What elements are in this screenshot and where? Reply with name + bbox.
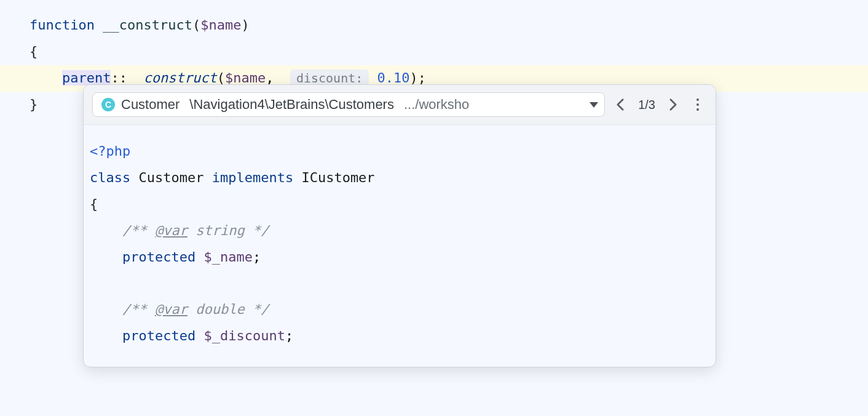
popup-line-doc1: /** @var string */ bbox=[90, 218, 709, 244]
function-name: __construct bbox=[103, 17, 192, 33]
open-brace: { bbox=[30, 44, 37, 59]
parent-reference: parent bbox=[62, 70, 111, 86]
chevron-right-icon bbox=[669, 98, 677, 111]
quick-definition-popup: C Customer \Navigation4\JetBrains\Custom… bbox=[83, 84, 716, 367]
popup-line-member2: protected $_discount; bbox=[90, 323, 709, 350]
popup-line-member1: protected $_name; bbox=[90, 244, 709, 271]
param-name: $name bbox=[200, 17, 241, 33]
popup-header: C Customer \Navigation4\JetBrains\Custom… bbox=[84, 85, 716, 125]
next-button[interactable] bbox=[664, 94, 682, 115]
arg-discount: 0.10 bbox=[377, 70, 410, 86]
chevron-left-icon bbox=[616, 98, 625, 111]
keyword-class: class bbox=[90, 170, 130, 185]
keyword-protected-2: protected bbox=[122, 328, 195, 343]
class-identifier: Customer bbox=[138, 170, 203, 185]
breadcrumb-namespace: \Navigation4\JetBrains\Customers bbox=[189, 97, 394, 113]
popup-line-blank bbox=[90, 270, 709, 297]
keyword-function: function bbox=[30, 17, 95, 33]
keyword-protected-1: protected bbox=[122, 249, 195, 265]
popup-line-open-brace: { bbox=[90, 191, 709, 218]
popup-line-class: class Customer implements ICustomer bbox=[90, 165, 709, 191]
interface-identifier: ICustomer bbox=[301, 170, 374, 185]
breadcrumb-class-name: Customer bbox=[121, 97, 180, 113]
doc-comment-2: /** @var double */ bbox=[122, 302, 269, 317]
chevron-down-icon bbox=[590, 102, 598, 108]
indent bbox=[30, 70, 62, 86]
arg-name: $name bbox=[225, 70, 266, 86]
more-options-button[interactable] bbox=[688, 94, 707, 115]
nav-counter: 1/3 bbox=[636, 98, 658, 112]
member-name-2: $_discount bbox=[203, 328, 285, 343]
close-brace: } bbox=[30, 97, 37, 112]
breadcrumb-dropdown[interactable]: C Customer \Navigation4\JetBrains\Custom… bbox=[92, 92, 605, 117]
code-line-2[interactable]: { bbox=[30, 39, 868, 65]
open-paren: ( bbox=[192, 17, 200, 33]
php-open-tag: <?php bbox=[90, 143, 130, 159]
construct-call: __construct bbox=[127, 70, 217, 86]
popup-line-php: <?php bbox=[90, 138, 709, 165]
prev-button[interactable] bbox=[611, 94, 629, 115]
doc-comment-1: /** @var string */ bbox=[122, 223, 269, 238]
keyword-implements: implements bbox=[212, 170, 293, 185]
class-icon: C bbox=[101, 98, 115, 111]
close-call: ); bbox=[410, 70, 427, 86]
open-paren-2: ( bbox=[217, 70, 225, 86]
close-paren: ) bbox=[241, 17, 249, 33]
scope-operator: :: bbox=[111, 70, 127, 86]
breadcrumb-path: .../worksho bbox=[404, 97, 469, 113]
popup-body[interactable]: <?php class Customer implements ICustome… bbox=[84, 125, 716, 367]
popup-line-doc2: /** @var double */ bbox=[90, 297, 709, 323]
kebab-icon bbox=[696, 98, 699, 111]
code-line-1[interactable]: function __construct($name) bbox=[30, 12, 868, 39]
member-name-1: $_name bbox=[203, 249, 252, 265]
comma: , bbox=[266, 70, 274, 86]
